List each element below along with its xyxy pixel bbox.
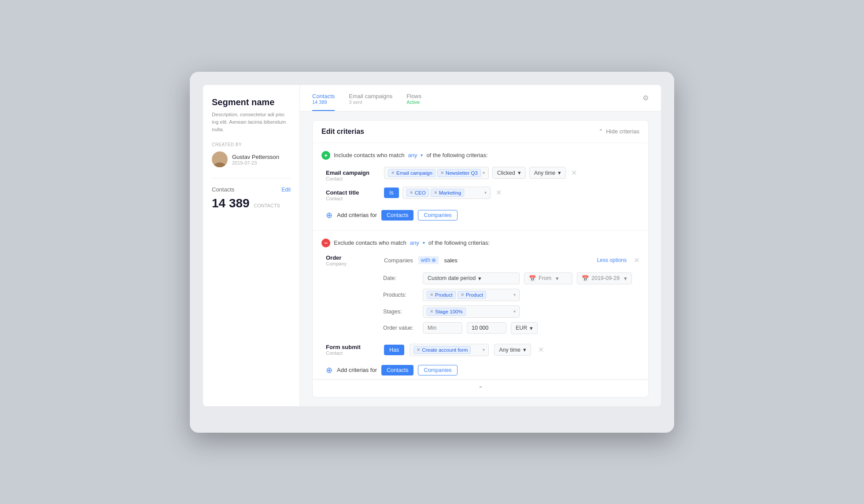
stages-tag-select[interactable]: ✕ Stage 100% ▾ [423,305,520,318]
email-campaign-action-select[interactable]: Clicked ▾ [492,167,526,179]
contact-title-operator-button[interactable]: Is [384,188,399,198]
form-submit-time-select[interactable]: Any time ▾ [494,344,531,356]
chevron-down-icon: ▾ [483,170,485,175]
product-tag-2: ✕ Product [458,291,487,299]
with-dropdown[interactable]: with ⊕ [418,256,439,264]
tabs-bar: Contacts 14 389 Email campaigns 3 sent F… [300,85,661,111]
exclude-suffix: of the following criterias: [428,239,490,246]
products-tag-select[interactable]: ✕ Product ✕ Product ▾ [423,289,520,301]
form-submit-label: Form submit [326,344,379,350]
email-campaign-label: Email campaign [326,169,379,176]
contact-title-tag-ceo: ✕ CEO [406,189,429,197]
include-add-contacts-button[interactable]: Contacts [381,210,414,221]
form-submit-operator-button[interactable]: Has [384,345,404,355]
order-row: Order Company Companies with ⊕ sales Les… [321,254,639,266]
include-any-dropdown[interactable]: any [408,152,417,158]
laptop-frame: Segment name Description, consectetur ad… [190,72,674,433]
settings-icon[interactable]: ⚙ [642,94,649,102]
companies-text: Companies [384,257,413,264]
order-value-label: Order value: [383,325,418,331]
contacts-header: Contacts Edit [212,186,291,193]
criterias-panel: Edit criterias ⌃ Hide criterias + Includ… [312,120,649,397]
contact-title-label-col: Contact title Contact [326,187,379,201]
form-submit-label-col: Form submit Contact [326,344,379,356]
include-prefix: Include contacts who match [334,152,404,158]
add-criteria-icon[interactable]: ⊕ [326,210,332,220]
chevron-down-icon: ▾ [556,275,559,282]
date-to-input[interactable]: 📅 2019-09-29 ▾ [577,272,632,284]
stage-tag-1: ✕ Stage 100% [427,308,466,316]
form-submit-remove-icon[interactable]: ✕ [538,346,544,354]
contacts-unit: CONTACTS [254,203,280,208]
date-select[interactable]: Custom date period ▾ [423,272,520,284]
include-add-companies-button[interactable]: Companies [418,210,457,221]
order-value-min-input[interactable] [423,322,462,334]
contact-title-tag-marketing: ✕ Marketing [431,189,465,197]
email-campaign-remove-icon[interactable]: ✕ [571,169,577,177]
order-value-row: Order value: EUR ▾ [383,322,639,334]
exclude-match-row: − Exclude contacts who match any ▾ of th… [321,239,639,247]
contact-title-remove-icon[interactable]: ✕ [496,188,502,197]
tab-email-campaigns[interactable]: Email campaigns 3 sent [349,86,392,111]
contacts-section: Contacts Edit 14 389 CONTACTS [212,178,291,210]
email-campaign-time: Any time [534,170,556,176]
date-label: Date: [383,275,418,281]
chevron-down-icon: ▾ [513,292,516,297]
edit-link[interactable]: Edit [281,187,291,193]
form-tag-label: Create account form [422,347,468,353]
tab-contacts-sub: 14 389 [312,99,335,105]
order-label: Order [326,254,379,261]
currency-select[interactable]: EUR ▾ [511,322,538,334]
chevron-down-icon-include: ▾ [421,153,423,158]
order-value-max-input[interactable] [467,322,506,334]
order-label-col: Order Company [326,254,379,266]
exclude-add-companies-button[interactable]: Companies [418,365,457,375]
hide-criterias-button[interactable]: ⌃ Hide criterias [598,128,639,135]
tab-flows-status: Active [406,99,421,105]
creator-name: Gustav Pettersson [232,154,279,160]
include-block: + Include contacts who match any ▾ of th… [313,143,648,231]
sidebar: Segment name Description, consectetur ad… [203,85,300,406]
email-campaign-sublabel: Contact [326,176,379,181]
chevron-down-icon: ▾ [624,275,627,282]
email-campaign-row: Email campaign Contact ✕ Email campaign [321,167,639,181]
date-value: Custom date period [428,275,476,281]
contact-title-tag-select[interactable]: ✕ CEO ✕ Marketing ▾ [402,187,491,199]
plus-icon: ⊕ [432,257,436,263]
include-icon: + [321,151,330,160]
less-options-link[interactable]: Less options [597,257,627,263]
segment-description: Description, consectetur adi pisc ing el… [212,111,291,134]
main-content: Contacts 14 389 Email campaigns 3 sent F… [300,85,661,406]
add-criteria-icon-exclude[interactable]: ⊕ [326,365,332,375]
order-remove-icon[interactable]: ✕ [634,256,639,265]
exclude-any-dropdown[interactable]: any [410,239,419,246]
products-label: Products: [383,292,418,298]
email-campaign-tag-select[interactable]: ✕ Email campaign ✕ Newsletter Q3 ▾ [384,167,489,179]
stage-tag-label: Stage 100% [435,309,463,314]
calendar-icon: 📅 [529,275,536,282]
date-row: Date: Custom date period ▾ 📅 From ▾ [383,272,639,284]
tab-flows-label: Flows [406,93,421,99]
tab-flows[interactable]: Flows Active [406,86,421,111]
date-from-input[interactable]: 📅 From ▾ [524,272,572,284]
contact-title-controls: Is ✕ CEO ✕ Marketing ▾ [384,187,639,199]
segment-name: Segment name [212,97,291,107]
criterias-title: Edit criterias [321,128,364,136]
exclude-prefix: Exclude contacts who match [334,239,406,246]
exclude-block: − Exclude contacts who match any ▾ of th… [313,231,648,379]
email-campaign-action: Clicked [497,170,515,176]
tab-email-campaigns-label: Email campaigns [349,93,392,99]
email-campaign-controls: ✕ Email campaign ✕ Newsletter Q3 ▾ [384,167,639,179]
form-submit-tag-select[interactable]: ✕ Create account form ▾ [410,344,489,356]
email-campaign-time-select[interactable]: Any time ▾ [529,167,566,179]
exclude-add-contacts-button[interactable]: Contacts [381,365,414,375]
collapse-button[interactable]: ⌃ [313,379,648,397]
include-match-row: + Include contacts who match any ▾ of th… [321,151,639,160]
exclude-icon: − [321,239,330,247]
creator-row: Gustav Pettersson 2019-07-23 [212,151,291,167]
tab-contacts[interactable]: Contacts 14 389 [312,86,335,111]
order-sub-fields: Date: Custom date period ▾ 📅 From ▾ [321,272,639,334]
add-criteria-label: Add criterias for [337,212,377,218]
include-suffix: of the following criterias: [426,152,487,158]
order-sublabel: Company [326,261,379,266]
